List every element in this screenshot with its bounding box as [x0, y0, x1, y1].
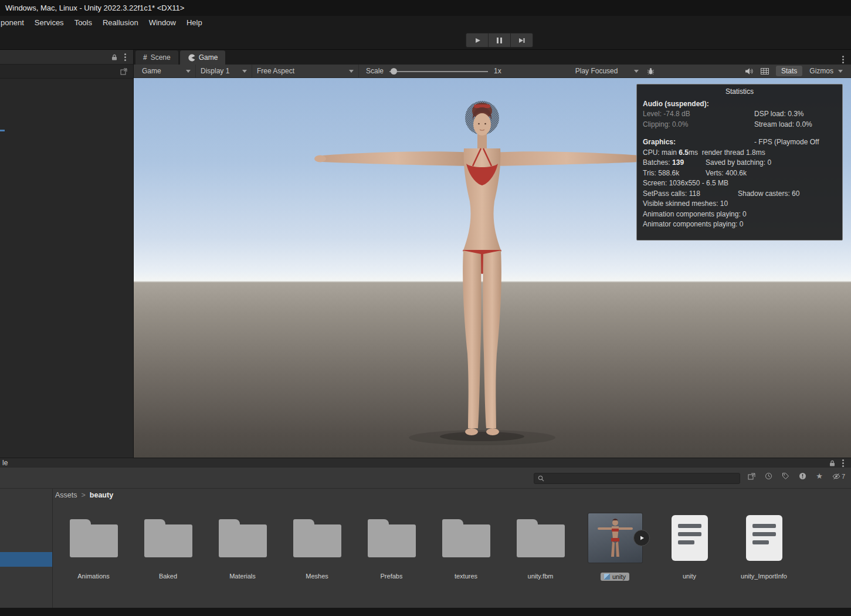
stats-audio-level: Level: -74.8 dB [643, 109, 754, 120]
file-icon [745, 515, 783, 561]
game-view-toolbar: Game Display 1 Free Aspect Scale 1x Play… [134, 65, 851, 78]
hierarchy-selection-marker[interactable] [0, 130, 5, 131]
stats-animator-playing: Animator components playing: 0 [643, 219, 743, 230]
game-viewport[interactable]: Statistics Audio (suspended): Level: -74… [134, 78, 851, 458]
tab-scene[interactable]: # Scene [135, 50, 178, 65]
search-icon [538, 475, 544, 482]
import-warning-icon[interactable] [799, 472, 806, 480]
chevron-down-icon [242, 70, 247, 73]
breadcrumb-current[interactable]: beauty [90, 491, 113, 499]
panel-menu-icon[interactable] [842, 462, 844, 464]
preview-play-button[interactable] [633, 530, 650, 546]
play-icon [474, 37, 481, 44]
lock-icon[interactable] [111, 54, 117, 60]
menu-component[interactable]: ponent [1, 18, 24, 27]
chevron-down-icon [838, 70, 843, 73]
aspect-ratio-dropdown[interactable]: Free Aspect [252, 65, 359, 77]
asset-folder-baked[interactable]: Baked [131, 503, 205, 604]
folder-icon [219, 524, 267, 557]
asset-label: Baked [159, 573, 177, 580]
play-button[interactable] [466, 33, 489, 48]
asset-file-unity-importinfo[interactable]: unity_ImportInfo [727, 503, 801, 604]
open-in-search-icon[interactable] [748, 472, 755, 480]
stats-verts: Verts: 400.6k [706, 168, 747, 179]
tab-game[interactable]: Game [180, 50, 226, 65]
hierarchy-header [0, 50, 133, 65]
stats-graphics-header: Graphics: [643, 137, 754, 148]
project-content: Assets > beauty Animations Baked Materia… [53, 489, 851, 608]
folder-icon [293, 524, 341, 557]
folder-icon [517, 524, 565, 557]
play-focused-dropdown[interactable]: Play Focused [571, 65, 643, 77]
project-folder-tree [0, 489, 53, 608]
asset-label: Prefabs [381, 573, 403, 580]
asset-label: Materials [229, 573, 256, 580]
stats-screen: Screen: 1036x550 - 6.5 MB [643, 178, 728, 189]
save-search-star-icon[interactable]: ★ [816, 472, 823, 480]
frame-debugger-icon[interactable] [647, 67, 655, 75]
menu-reallusion[interactable]: Reallusion [103, 18, 138, 27]
asset-folder-prefabs[interactable]: Prefabs [354, 503, 429, 604]
tab-menu-icon[interactable] [842, 59, 844, 60]
stats-dsp-load: DSP load: 0.3% [754, 109, 804, 120]
asset-prefab-unity[interactable]: unity [578, 503, 652, 604]
display-dropdown[interactable]: Display 1 [196, 65, 252, 77]
scale-slider[interactable] [389, 65, 488, 78]
console-tab-row: le [0, 458, 851, 468]
gizmos-label: Gizmos [809, 67, 833, 75]
label-tag-icon[interactable] [782, 472, 789, 480]
menu-window[interactable]: Window [149, 18, 176, 27]
asset-label: textures [455, 573, 477, 580]
project-search[interactable] [534, 473, 740, 484]
stats-skinned-meshes: Visible skinned meshes: 10 [643, 199, 728, 209]
import-activity-icon[interactable] [765, 472, 772, 480]
menu-tools[interactable]: Tools [74, 18, 92, 27]
step-button[interactable] [510, 33, 533, 48]
lock-icon[interactable] [829, 460, 835, 466]
gizmos-dropdown[interactable]: Gizmos [805, 65, 847, 77]
chevron-down-icon [349, 70, 354, 73]
panel-menu-icon[interactable] [124, 56, 126, 58]
pop-out-icon[interactable] [120, 68, 127, 75]
breadcrumb-separator: > [82, 491, 86, 499]
game-tab-icon [188, 54, 195, 62]
asset-folder-meshes[interactable]: Meshes [280, 503, 354, 604]
stats-batches: Batches: 139 [643, 158, 706, 168]
pause-button[interactable] [488, 33, 511, 48]
scene-tab-icon: # [143, 53, 147, 62]
selected-folder-row[interactable] [0, 552, 52, 567]
play-focused-label: Play Focused [575, 67, 618, 75]
vsync-grid-icon[interactable] [761, 68, 769, 75]
asset-folder-textures[interactable]: textures [429, 503, 503, 604]
game-tab-label: Game [199, 53, 218, 62]
search-input[interactable] [547, 474, 736, 483]
folder-icon [144, 524, 192, 557]
asset-folder-animations[interactable]: Animations [56, 503, 131, 604]
stats-setpass: SetPass calls: 118 [643, 189, 738, 199]
hidden-packages-toggle[interactable]: 7 [832, 473, 845, 480]
stats-toggle-button[interactable]: Stats [776, 66, 802, 76]
menu-help[interactable]: Help [187, 18, 202, 27]
window-title: Windows, Mac, Linux - Unity 2022.3.22f1c… [0, 0, 851, 16]
scene-tab-label: Scene [151, 53, 171, 62]
menu-services[interactable]: Services [35, 18, 64, 27]
asset-label: unity_ImportInfo [741, 573, 787, 580]
mute-audio-icon[interactable] [745, 67, 754, 75]
asset-folder-materials[interactable]: Materials [205, 503, 280, 604]
asset-folder-unity-fbm[interactable]: unity.fbm [503, 503, 578, 604]
prefab-cube-icon [604, 574, 610, 580]
project-toolbar: ★ 7 [0, 468, 851, 489]
main-toolbar [0, 29, 851, 50]
slider-knob[interactable] [391, 68, 397, 75]
slider-track[interactable] [389, 71, 488, 72]
console-tab-label[interactable]: le [2, 459, 8, 467]
file-icon [671, 515, 708, 561]
asset-file-unity[interactable]: unity [652, 503, 727, 604]
stats-clipping: Clipping: 0.0% [643, 120, 754, 130]
render-target-dropdown[interactable]: Game [137, 65, 196, 77]
breadcrumb-assets[interactable]: Assets [55, 491, 77, 499]
stats-shadow-casters: Shadow casters: 60 [738, 189, 799, 199]
asset-label: Animations [77, 573, 109, 580]
stats-audio-header: Audio (suspended): [643, 99, 836, 110]
asset-label: Meshes [306, 573, 328, 580]
